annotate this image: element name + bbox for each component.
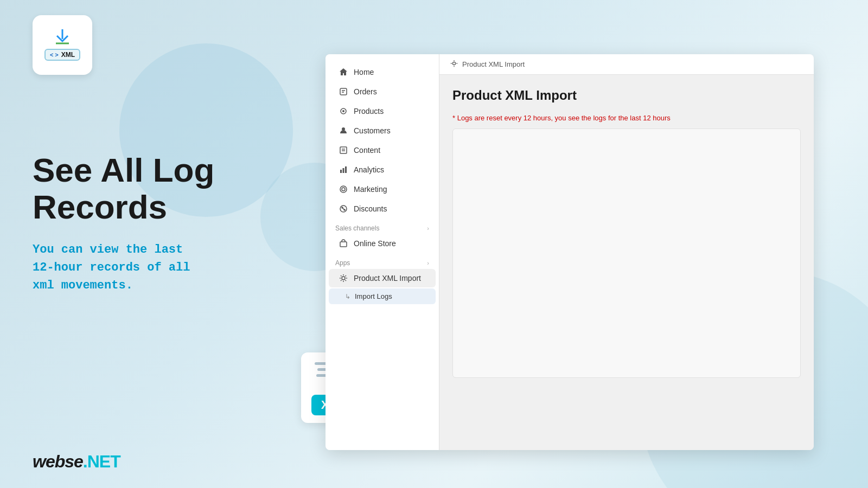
main-heading: See All Log Records <box>33 152 326 226</box>
sidebar-label-analytics: Analytics <box>354 165 384 174</box>
heading-line2: Records <box>33 188 167 226</box>
svg-rect-13 <box>345 166 347 173</box>
customers-icon <box>339 126 348 136</box>
logo-bracket-left: < > <box>50 52 59 58</box>
apps-arrow: › <box>427 260 429 266</box>
logo-area: < > XML <box>33 15 92 75</box>
logo-xml-label: XML <box>61 51 75 59</box>
sidebar-item-products[interactable]: Products <box>329 102 436 120</box>
discounts-icon <box>339 204 348 214</box>
svg-point-18 <box>342 207 343 208</box>
online-store-icon <box>339 239 348 248</box>
orders-icon <box>339 87 348 97</box>
section-apps-label: Apps <box>335 259 350 267</box>
svg-point-19 <box>344 209 345 210</box>
sidebar-item-product-xml-import[interactable]: Product XML Import <box>329 269 436 287</box>
content-area: Product XML Import * Logs are reset ever… <box>439 75 814 450</box>
section-sales-channels: Sales channels › <box>326 219 439 234</box>
marketing-icon <box>339 184 348 194</box>
logo-box: < > XML <box>33 15 92 75</box>
sales-channels-arrow: › <box>427 225 429 232</box>
svg-point-6 <box>342 110 344 112</box>
analytics-icon <box>339 165 348 175</box>
sidebar-item-analytics[interactable]: Analytics <box>329 160 436 179</box>
sidebar-label-orders: Orders <box>354 87 377 96</box>
svg-point-22 <box>452 62 455 65</box>
subtext-line1: You can view the last <box>33 243 183 256</box>
sidebar-label-content: Content <box>354 146 380 155</box>
products-icon <box>339 106 348 116</box>
sidebar-label-marketing: Marketing <box>354 185 387 194</box>
page-title: Product XML Import <box>452 88 801 103</box>
sub-text: You can view the last 12-hour records of… <box>33 241 326 294</box>
section-apps: Apps › <box>326 254 439 269</box>
app-icon <box>339 273 348 283</box>
sidebar-label-product-xml-import: Product XML Import <box>354 274 421 282</box>
log-notice: * Logs are reset every 12 hours, you see… <box>452 114 801 122</box>
sub-arrow-icon: ↳ <box>345 293 350 300</box>
breadcrumb-icon <box>450 60 458 69</box>
svg-rect-2 <box>340 88 347 95</box>
sidebar-label-home: Home <box>354 68 374 76</box>
sidebar-label-import-logs: Import Logs <box>355 292 392 300</box>
svg-rect-8 <box>340 147 347 153</box>
home-icon <box>339 67 348 77</box>
sidebar-item-orders[interactable]: Orders <box>329 82 436 101</box>
heading-line1: See All Log <box>33 151 214 189</box>
subtext-line2: 12-hour records of all <box>33 261 190 274</box>
section-sales-label: Sales channels <box>335 224 379 232</box>
breadcrumb-bar: Product XML Import <box>439 54 814 75</box>
svg-rect-11 <box>340 170 342 173</box>
sidebar-label-customers: Customers <box>354 126 391 135</box>
log-box <box>452 129 801 378</box>
left-content: See All Log Records You can view the las… <box>33 152 326 294</box>
sidebar-item-discounts[interactable]: Discounts <box>329 200 436 218</box>
sidebar-item-customers[interactable]: Customers <box>329 121 436 140</box>
svg-point-15 <box>342 188 345 191</box>
sidebar-item-content[interactable]: Content <box>329 141 436 159</box>
svg-point-14 <box>340 186 347 192</box>
sidebar-item-marketing[interactable]: Marketing <box>329 180 436 198</box>
subtext-line3: xml movements. <box>33 279 133 292</box>
svg-rect-12 <box>343 168 344 173</box>
sidebar-item-online-store[interactable]: Online Store <box>329 234 436 253</box>
sidebar-item-home[interactable]: Home <box>329 63 436 81</box>
sidebar-label-products: Products <box>354 107 384 115</box>
brand-text: webse.NET <box>33 452 120 472</box>
logo-arrow-svg <box>52 29 73 46</box>
breadcrumb-label: Product XML Import <box>462 60 525 68</box>
brand-name: webse.NET <box>33 452 120 471</box>
sidebar-label-discounts: Discounts <box>354 204 387 213</box>
logo-code-box: < > XML <box>44 49 80 61</box>
svg-point-21 <box>342 277 345 280</box>
sidebar: Home Orders Products Customers Content <box>326 54 439 450</box>
shopify-panel: Home Orders Products Customers Content <box>326 54 814 450</box>
sidebar-item-import-logs[interactable]: ↳ Import Logs <box>329 288 436 304</box>
svg-rect-20 <box>340 242 347 247</box>
main-content: Product XML Import Product XML Import * … <box>439 54 814 450</box>
content-icon <box>339 145 348 155</box>
sidebar-label-online-store: Online Store <box>354 239 396 248</box>
